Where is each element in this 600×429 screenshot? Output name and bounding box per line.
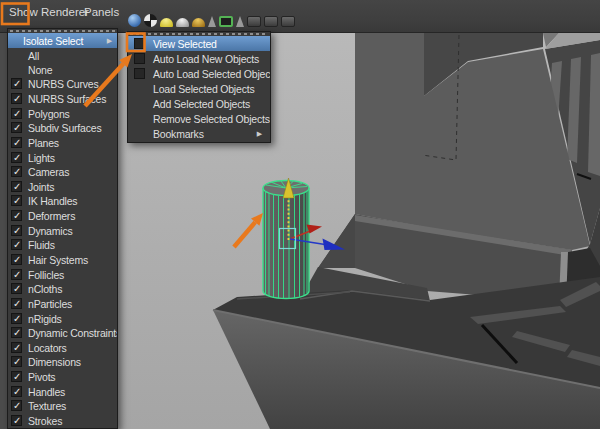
menu-item-subdiv-surfaces[interactable]: Subdiv Surfaces bbox=[8, 121, 117, 136]
checkbox-icon[interactable] bbox=[134, 68, 145, 79]
menu-item-joints[interactable]: Joints bbox=[8, 179, 117, 194]
menu-item-view-selected[interactable]: View Selected bbox=[128, 36, 270, 51]
submenu-arrow-icon: ▶ bbox=[257, 130, 262, 138]
maya-panel-window: Show Renderer Panels Isolate Select ▶ Al… bbox=[0, 0, 600, 429]
checkmark-icon[interactable] bbox=[11, 239, 22, 250]
menu-item-handles[interactable]: Handles bbox=[8, 384, 117, 399]
checkmark-icon[interactable] bbox=[11, 166, 22, 177]
tear-off-handle[interactable] bbox=[130, 33, 268, 35]
checkmark-icon[interactable] bbox=[11, 181, 22, 192]
checkmark-icon[interactable] bbox=[11, 342, 22, 353]
menu-item-dynamics[interactable]: Dynamics bbox=[8, 223, 117, 238]
menu-item-textures[interactable]: Textures bbox=[8, 399, 117, 414]
menu-item-nurbs-curves[interactable]: NURBS Curves bbox=[8, 77, 117, 92]
resolution-gate-icon[interactable] bbox=[219, 16, 233, 27]
checkmark-icon[interactable] bbox=[11, 371, 22, 382]
checkmark-icon[interactable] bbox=[11, 210, 22, 221]
menu-item-cameras[interactable]: Cameras bbox=[8, 165, 117, 180]
menu-item-remove-selected-objects[interactable]: Remove Selected Objects bbox=[128, 111, 270, 126]
submenu-arrow-icon: ▶ bbox=[107, 37, 112, 45]
menu-item-none[interactable]: None bbox=[8, 63, 117, 77]
checkmark-icon[interactable] bbox=[11, 195, 22, 206]
checkbox-icon[interactable] bbox=[134, 38, 145, 49]
menu-item-nurbs-surfaces[interactable]: NURBS Surfaces bbox=[8, 92, 117, 107]
menu-item-add-selected-objects[interactable]: Add Selected Objects bbox=[128, 96, 270, 111]
menu-item-auto-load-new-objects[interactable]: Auto Load New Objects bbox=[128, 51, 270, 66]
panel-toolbar bbox=[128, 13, 295, 27]
checkmark-icon[interactable] bbox=[11, 108, 22, 119]
menu-item-bookmarks[interactable]: Bookmarks ▶ bbox=[128, 126, 270, 141]
tear-off-handle[interactable] bbox=[10, 30, 115, 32]
menu-item-all[interactable]: All bbox=[8, 48, 117, 63]
menu-item-fluids[interactable]: Fluids bbox=[8, 238, 117, 253]
menu-item-lights[interactable]: Lights bbox=[8, 150, 117, 165]
menu-item-ik-handles[interactable]: IK Handles bbox=[8, 194, 117, 209]
shaded-sphere-icon[interactable] bbox=[128, 14, 141, 27]
checkmark-icon[interactable] bbox=[11, 415, 22, 426]
monument-model[interactable] bbox=[318, 33, 600, 303]
menu-item-dynamic-constraints[interactable]: Dynamic Constraints bbox=[8, 326, 117, 341]
checkmark-icon[interactable] bbox=[11, 137, 22, 148]
menu-item-dimensions[interactable]: Dimensions bbox=[8, 355, 117, 370]
film-gate-icon[interactable] bbox=[264, 16, 278, 27]
menu-item-deformers[interactable]: Deformers bbox=[8, 209, 117, 224]
checkmark-icon[interactable] bbox=[11, 93, 22, 104]
checkmark-icon[interactable] bbox=[11, 269, 22, 280]
checkmark-icon[interactable] bbox=[11, 254, 22, 265]
menu-item-hair-systems[interactable]: Hair Systems bbox=[8, 253, 117, 268]
isolate-select-submenu: View Selected Auto Load New Objects Auto… bbox=[127, 31, 271, 143]
menu-item-auto-load-selected-objects[interactable]: Auto Load Selected Objects bbox=[128, 66, 270, 81]
menu-item-pivots[interactable]: Pivots bbox=[8, 370, 117, 385]
cone-a-icon[interactable] bbox=[208, 16, 216, 27]
checkmark-icon[interactable] bbox=[11, 78, 22, 89]
checkmark-icon[interactable] bbox=[11, 386, 22, 397]
menu-item-ncloths[interactable]: nCloths bbox=[8, 282, 117, 297]
menu-item-strokes[interactable]: Strokes bbox=[8, 414, 117, 429]
default-light-icon[interactable] bbox=[160, 18, 173, 27]
menu-item-locators[interactable]: Locators bbox=[8, 341, 117, 356]
menu-item-nrigids[interactable]: nRigids bbox=[8, 311, 117, 326]
camera-attributes-icon[interactable] bbox=[247, 16, 261, 27]
show-menu: Isolate Select ▶ All None NURBS Curves N… bbox=[7, 28, 118, 429]
checkmark-icon[interactable] bbox=[11, 327, 22, 338]
all-lights-icon[interactable] bbox=[176, 18, 189, 27]
menu-item-nparticles[interactable]: nParticles bbox=[8, 297, 117, 312]
cone-b-icon[interactable] bbox=[236, 16, 244, 27]
menu-show[interactable]: Show bbox=[6, 5, 41, 19]
panel-left-edge bbox=[0, 33, 7, 429]
checkmark-icon[interactable] bbox=[11, 225, 22, 236]
checkmark-icon[interactable] bbox=[11, 356, 22, 367]
grease-pencil-icon[interactable] bbox=[281, 16, 295, 27]
menu-item-isolate-select[interactable]: Isolate Select ▶ bbox=[8, 33, 117, 48]
used-lights-icon[interactable] bbox=[192, 18, 205, 27]
menu-panels[interactable]: Panels bbox=[81, 5, 122, 19]
checkmark-icon[interactable] bbox=[11, 283, 22, 294]
checkmark-icon[interactable] bbox=[11, 152, 22, 163]
textured-sphere-icon[interactable] bbox=[144, 14, 157, 27]
menu-item-planes[interactable]: Planes bbox=[8, 136, 117, 151]
menu-item-follicles[interactable]: Follicles bbox=[8, 267, 117, 282]
checkmark-icon[interactable] bbox=[11, 122, 22, 133]
checkmark-icon[interactable] bbox=[11, 298, 22, 309]
menu-item-polygons[interactable]: Polygons bbox=[8, 106, 117, 121]
checkbox-icon[interactable] bbox=[134, 53, 145, 64]
checkmark-icon[interactable] bbox=[11, 313, 22, 324]
checkmark-icon[interactable] bbox=[11, 400, 22, 411]
menu-item-load-selected-objects[interactable]: Load Selected Objects bbox=[128, 81, 270, 96]
